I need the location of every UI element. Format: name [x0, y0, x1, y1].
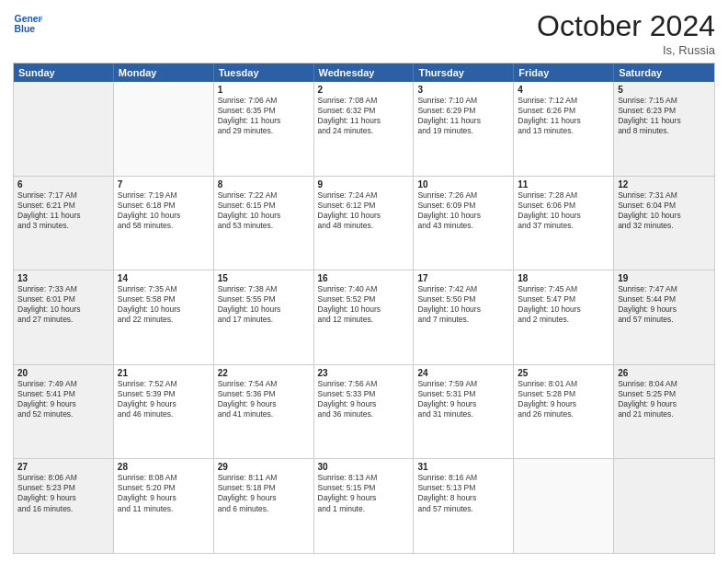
cell-line: Sunset: 5:31 PM	[417, 389, 509, 399]
day-cell-15: 15Sunrise: 7:38 AMSunset: 5:55 PMDayligh…	[214, 270, 314, 364]
day-header-sunday: Sunday	[14, 63, 114, 82]
day-number: 28	[118, 462, 210, 472]
day-cell-16: 16Sunrise: 7:40 AMSunset: 5:52 PMDayligh…	[314, 270, 415, 364]
cell-line: Sunrise: 7:40 AM	[318, 284, 410, 294]
cell-line: and 58 minutes.	[118, 221, 210, 231]
day-number: 3	[417, 85, 509, 95]
day-header-monday: Monday	[114, 63, 214, 82]
cell-line: and 16 minutes.	[17, 504, 109, 514]
day-header-thursday: Thursday	[414, 63, 514, 82]
calendar: SundayMondayTuesdayWednesdayThursdayFrid…	[13, 63, 715, 554]
cell-line: Sunrise: 7:31 AM	[618, 190, 711, 201]
logo: General Blue	[13, 9, 42, 39]
day-cell-14: 14Sunrise: 7:35 AMSunset: 5:58 PMDayligh…	[114, 270, 214, 364]
day-number: 31	[417, 462, 509, 472]
cell-line: Sunset: 5:47 PM	[518, 294, 609, 304]
cell-line: Sunset: 5:13 PM	[417, 483, 509, 493]
day-cell-6: 6Sunrise: 7:17 AMSunset: 6:21 PMDaylight…	[14, 177, 114, 270]
cell-line: Sunrise: 7:54 AM	[218, 379, 310, 389]
day-number: 11	[518, 179, 609, 190]
cell-line: Sunrise: 7:45 AM	[518, 284, 609, 294]
cell-line: Daylight: 9 hours	[218, 493, 310, 503]
cell-line: Daylight: 11 hours	[417, 116, 509, 126]
day-number: 13	[17, 273, 109, 283]
empty-cell	[514, 459, 614, 553]
day-number: 16	[318, 273, 410, 283]
cell-line: Daylight: 8 hours	[417, 493, 509, 503]
day-cell-4: 4Sunrise: 7:12 AMSunset: 6:26 PMDaylight…	[514, 82, 614, 176]
header: General Blue October 2024 Is, Russia	[13, 9, 715, 57]
cell-line: Sunrise: 7:22 AM	[218, 190, 310, 201]
cell-line: Daylight: 11 hours	[218, 116, 310, 126]
cell-line: and 57 minutes.	[417, 504, 509, 514]
day-cell-2: 2Sunrise: 7:08 AMSunset: 6:32 PMDaylight…	[314, 82, 415, 176]
cell-line: Daylight: 9 hours	[618, 399, 711, 409]
cell-line: Daylight: 11 hours	[618, 116, 711, 126]
day-cell-30: 30Sunrise: 8:13 AMSunset: 5:15 PMDayligh…	[314, 459, 415, 553]
empty-cell	[114, 82, 214, 176]
day-number: 14	[118, 273, 210, 283]
cell-line: Sunset: 6:15 PM	[218, 201, 310, 211]
empty-cell	[614, 459, 714, 553]
day-number: 15	[218, 273, 310, 283]
cell-line: Sunrise: 7:56 AM	[318, 379, 410, 389]
cell-line: Sunset: 5:39 PM	[118, 389, 210, 399]
day-number: 22	[218, 368, 310, 378]
cell-line: and 32 minutes.	[618, 221, 711, 231]
day-number: 9	[318, 179, 410, 190]
cell-line: and 13 minutes.	[518, 126, 609, 136]
day-cell-22: 22Sunrise: 7:54 AMSunset: 5:36 PMDayligh…	[214, 365, 314, 459]
cell-line: Daylight: 10 hours	[118, 304, 210, 315]
cell-line: Daylight: 9 hours	[518, 399, 609, 409]
cell-line: Daylight: 10 hours	[417, 304, 509, 315]
cell-line: Daylight: 9 hours	[118, 399, 210, 409]
day-number: 1	[218, 85, 310, 95]
cell-line: and 6 minutes.	[218, 504, 310, 514]
cell-line: Daylight: 11 hours	[17, 211, 109, 221]
cell-line: Daylight: 10 hours	[618, 211, 711, 221]
day-cell-9: 9Sunrise: 7:24 AMSunset: 6:12 PMDaylight…	[314, 177, 415, 270]
cell-line: Daylight: 10 hours	[118, 211, 210, 221]
day-cell-29: 29Sunrise: 8:11 AMSunset: 5:18 PMDayligh…	[214, 459, 314, 553]
cell-line: Sunset: 5:28 PM	[518, 389, 609, 399]
week-row-3: 13Sunrise: 7:33 AMSunset: 6:01 PMDayligh…	[14, 270, 714, 365]
day-number: 23	[318, 368, 410, 378]
empty-cell	[14, 82, 114, 176]
day-cell-11: 11Sunrise: 7:28 AMSunset: 6:06 PMDayligh…	[514, 177, 614, 270]
cell-line: Sunrise: 7:59 AM	[417, 379, 509, 389]
logo-icon: General Blue	[13, 9, 42, 39]
day-header-tuesday: Tuesday	[214, 63, 314, 82]
svg-text:General: General	[15, 14, 42, 24]
month-title: October 2024	[537, 9, 715, 43]
cell-line: and 31 minutes.	[417, 409, 509, 419]
cell-line: Daylight: 9 hours	[17, 493, 109, 503]
day-cell-5: 5Sunrise: 7:15 AMSunset: 6:23 PMDaylight…	[614, 82, 714, 176]
cell-line: Sunset: 6:01 PM	[17, 294, 109, 304]
day-number: 8	[218, 179, 310, 190]
day-number: 20	[17, 368, 109, 378]
cell-line: Sunrise: 7:47 AM	[618, 284, 711, 294]
day-cell-12: 12Sunrise: 7:31 AMSunset: 6:04 PMDayligh…	[614, 177, 714, 270]
calendar-header: SundayMondayTuesdayWednesdayThursdayFrid…	[14, 63, 714, 82]
cell-line: Sunset: 5:52 PM	[318, 294, 410, 304]
cell-line: and 11 minutes.	[118, 504, 210, 514]
cell-line: Daylight: 9 hours	[118, 493, 210, 503]
cell-line: Sunset: 5:15 PM	[318, 483, 410, 493]
day-cell-21: 21Sunrise: 7:52 AMSunset: 5:39 PMDayligh…	[114, 365, 214, 459]
cell-line: Sunset: 6:29 PM	[417, 106, 509, 116]
cell-line: Sunrise: 7:17 AM	[17, 190, 109, 201]
cell-line: Sunrise: 8:08 AM	[118, 473, 210, 483]
day-cell-10: 10Sunrise: 7:26 AMSunset: 6:09 PMDayligh…	[414, 177, 514, 270]
cell-line: and 1 minute.	[318, 504, 410, 514]
cell-line: and 43 minutes.	[417, 221, 509, 231]
cell-line: Sunset: 6:32 PM	[318, 106, 410, 116]
cell-line: and 17 minutes.	[218, 315, 310, 325]
cell-line: and 2 minutes.	[518, 315, 609, 325]
cell-line: Daylight: 10 hours	[518, 304, 609, 315]
day-cell-17: 17Sunrise: 7:42 AMSunset: 5:50 PMDayligh…	[414, 270, 514, 364]
cell-line: and 24 minutes.	[318, 126, 410, 136]
day-number: 27	[17, 462, 109, 472]
week-row-2: 6Sunrise: 7:17 AMSunset: 6:21 PMDaylight…	[14, 177, 714, 271]
cell-line: and 29 minutes.	[218, 126, 310, 136]
cell-line: Sunrise: 8:13 AM	[318, 473, 410, 483]
